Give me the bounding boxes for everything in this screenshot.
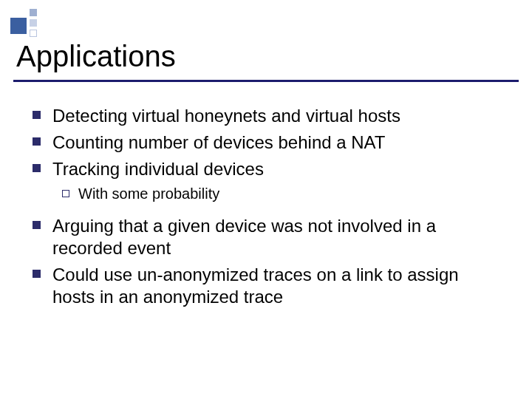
- slide: Applications Detecting virtual honeynets…: [0, 0, 532, 399]
- list-item: Tracking individual devices: [33, 158, 505, 180]
- slide-body: Detecting virtual honeynets and virtual …: [33, 105, 505, 313]
- deco-square-icon: [30, 19, 37, 27]
- sub-list-item-text: With some probability: [78, 185, 219, 203]
- deco-square-icon: [30, 9, 37, 16]
- square-bullet-icon: [33, 111, 41, 119]
- square-bullet-icon: [33, 164, 41, 172]
- list-item: Arguing that a given device was not invo…: [33, 215, 505, 259]
- square-bullet-icon: [33, 137, 41, 146]
- list-item: Detecting virtual honeynets and virtual …: [33, 105, 505, 127]
- list-item-text: Could use un-anonymized traces on a link…: [52, 264, 505, 308]
- square-bullet-icon: [33, 270, 41, 278]
- sub-list-item: With some probability: [62, 185, 505, 203]
- list-item-text: Counting number of devices behind a NAT: [52, 132, 385, 154]
- list-item: Could use un-anonymized traces on a link…: [33, 264, 505, 308]
- list-item-text: Detecting virtual honeynets and virtual …: [52, 105, 400, 127]
- title-underline: [13, 80, 519, 82]
- open-square-bullet-icon: [62, 190, 69, 197]
- list-item-text: Tracking individual devices: [52, 158, 264, 180]
- square-bullet-icon: [33, 221, 41, 229]
- slide-title: Applications: [16, 40, 176, 73]
- list-item: Counting number of devices behind a NAT: [33, 132, 505, 154]
- deco-square-icon: [30, 30, 37, 37]
- list-item-text: Arguing that a given device was not invo…: [52, 215, 505, 259]
- deco-square-icon: [10, 18, 27, 34]
- corner-decoration: [10, 9, 62, 38]
